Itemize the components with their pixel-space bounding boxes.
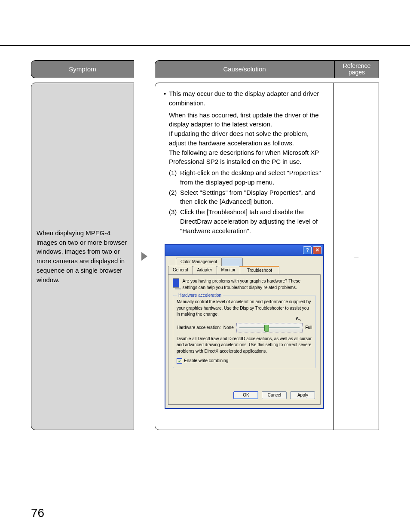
xp-buttons: OK Cancel Apply <box>173 390 316 401</box>
xp-group-title: Hardware acceleration <box>177 292 223 299</box>
monitor-icon <box>173 278 179 288</box>
reference-cell: – <box>334 83 379 430</box>
header-gap <box>134 60 155 78</box>
checkbox-label: Enable write combining <box>184 358 228 364</box>
tab-general[interactable]: General <box>168 266 193 275</box>
xp-slider-row: ↖ Hardware acceleration: None Full <box>177 323 312 332</box>
step-1-text: Right-click on the desktop and select "P… <box>180 169 321 186</box>
xp-checkbox-row: ✓ Enable write combining <box>177 358 312 364</box>
page: Symptom Cause/solution Reference pages W… <box>0 0 410 532</box>
header-symptom: Symptom <box>31 60 134 78</box>
slider-label: Hardware acceleration: <box>177 325 221 331</box>
step-2: (2) Select "Settings" from "Display Prop… <box>169 188 326 207</box>
cause-lead: This may occur due to the display adapte… <box>169 90 319 107</box>
xp-intro-text: Are you having problems with your graphi… <box>183 278 316 291</box>
arrow-cell <box>134 83 155 430</box>
step-1: (1) Right-click on the desktop and selec… <box>169 168 326 187</box>
xp-titlebar: ? ✕ <box>165 245 323 256</box>
cause-para4: The following are descriptions for when … <box>169 148 326 167</box>
xp-dialog: ? ✕ Color Management General Adapter <box>165 244 324 409</box>
tab-hidden[interactable] <box>221 258 243 266</box>
xp-body: Color Management General Adapter Monitor… <box>165 256 323 408</box>
checkbox-icon[interactable]: ✓ <box>177 358 182 364</box>
cause-steps: (1) Right-click on the desktop and selec… <box>169 168 326 235</box>
troubleshoot-table: Symptom Cause/solution Reference pages W… <box>31 60 379 430</box>
slider-none: None <box>223 325 234 331</box>
tab-troubleshoot[interactable]: Troubleshoot <box>240 266 279 275</box>
cause-paragraphs: When this has occurred, first update the… <box>163 111 326 167</box>
close-button-icon[interactable]: ✕ <box>313 246 321 254</box>
step-2-text: Select "Settings" from "Display Properti… <box>180 189 315 206</box>
xp-intro-row: Are you having problems with your graphi… <box>173 278 316 291</box>
ok-button[interactable]: OK <box>233 391 258 400</box>
header-cause: Cause/solution <box>155 60 334 78</box>
slider-thumb-icon[interactable] <box>264 325 269 332</box>
tab-monitor[interactable]: Monitor <box>217 266 240 275</box>
step-3-text: Click the [Troubleshoot] tab and disable… <box>180 208 318 234</box>
step-3: (3) Click the [Troubleshoot] tab and dis… <box>169 207 326 235</box>
cause-para3: If updating the driver does not solve th… <box>169 129 326 148</box>
tab-adapter[interactable]: Adapter <box>193 266 217 275</box>
cause-content: • This may occur due to the display adap… <box>155 83 334 430</box>
symptom-cell: When displaying MPEG-4 images on two or … <box>31 83 134 430</box>
cause-ref-cell: • This may occur due to the display adap… <box>155 83 379 430</box>
tab-color-management[interactable]: Color Management <box>176 258 222 266</box>
table-body-row: When displaying MPEG-4 images on two or … <box>31 83 379 430</box>
help-button-icon[interactable]: ? <box>303 246 312 254</box>
slider-full: Full <box>305 325 312 331</box>
xp-tab-row-back: Color Management <box>176 258 321 266</box>
xp-panel: Are you having problems with your graphi… <box>168 274 321 405</box>
xp-tab-row-front: General Adapter Monitor Troubleshoot <box>168 266 321 275</box>
hw-accel-slider[interactable] <box>236 323 303 332</box>
xp-hw-group: Hardware acceleration Manually control t… <box>173 295 316 368</box>
header-reference: Reference pages <box>334 60 379 78</box>
slider-track <box>239 327 300 328</box>
symptom-text: When displaying MPEG-4 images on two or … <box>37 228 129 285</box>
cause-bullet: • This may occur due to the display adap… <box>163 89 326 108</box>
table-header-row: Symptom Cause/solution Reference pages <box>31 60 379 78</box>
cause-para2: When this has occurred, first update the… <box>169 111 326 129</box>
arrow-right-icon <box>141 252 147 261</box>
xp-group-desc: Manually control the level of accelerati… <box>177 299 312 318</box>
apply-button[interactable]: Apply <box>290 391 315 400</box>
top-divider <box>0 45 410 46</box>
page-number: 76 <box>31 506 44 520</box>
cancel-button[interactable]: Cancel <box>262 391 287 400</box>
xp-after-slider: Disable all DirectDraw and Direct3D acce… <box>177 336 312 355</box>
